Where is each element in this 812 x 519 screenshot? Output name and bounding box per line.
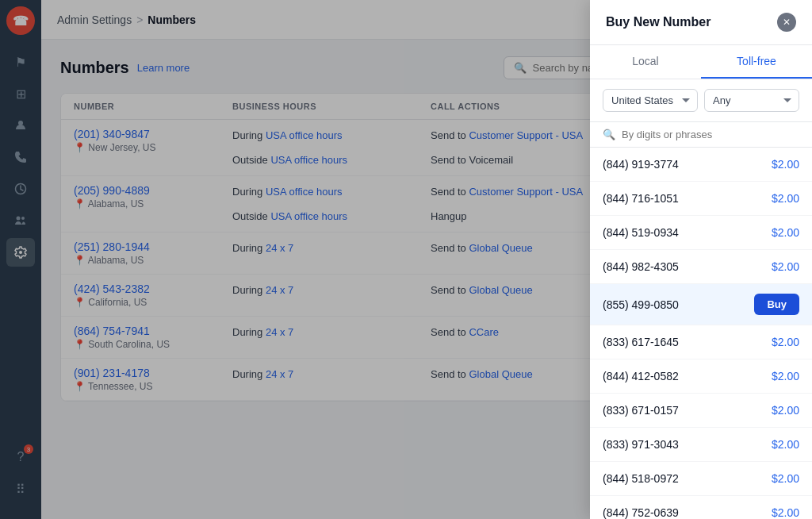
breadcrumb-separator: > <box>136 13 143 26</box>
phone-number[interactable]: (901) 231-4178 <box>74 367 207 379</box>
number-list-item[interactable]: (855) 499-0850Buy <box>590 284 812 325</box>
number-list-item[interactable]: (833) 971-3043$2.00 <box>590 428 812 462</box>
hours-link[interactable]: 24 x 7 <box>266 368 293 380</box>
close-panel-button[interactable]: ✕ <box>777 13 796 32</box>
hours-cell: During 24 x 7 <box>220 275 418 316</box>
number-cell: (424) 543-2382 📍 California, US <box>61 275 220 316</box>
sidebar-item-grid[interactable]: ⊞ <box>6 79 35 108</box>
number-list-phone: (833) 617-1645 <box>603 336 679 348</box>
breadcrumb-parent[interactable]: Admin Settings <box>57 13 132 26</box>
action-link[interactable]: Global Queue <box>469 284 532 296</box>
hours-cell: During 24 x 7 <box>220 359 418 400</box>
phone-number[interactable]: (864) 754-7941 <box>74 325 207 337</box>
number-list-item[interactable]: (844) 518-0972$2.00 <box>590 462 812 496</box>
sidebar-item-person[interactable] <box>6 111 35 140</box>
number-list-phone: (833) 671-0157 <box>603 404 679 417</box>
panel-tabs: Local Toll-free <box>590 45 812 79</box>
number-list-price: $2.00 <box>772 472 799 485</box>
number-list-item[interactable]: (844) 519-0934$2.00 <box>590 216 812 250</box>
phone-number[interactable]: (205) 990-4889 <box>74 184 207 197</box>
number-list-phone: (844) 412-0582 <box>603 370 679 383</box>
phone-location: 📍 South Carolina, US <box>74 339 207 350</box>
panel-title: Buy New Number <box>606 15 710 29</box>
number-list-item[interactable]: (833) 617-1645$2.00 <box>590 325 812 359</box>
number-list-price: $2.00 <box>772 158 799 171</box>
hours-link[interactable]: USA office hours <box>270 210 347 222</box>
tab-local[interactable]: Local <box>590 45 701 79</box>
number-list-item[interactable]: (833) 671-0157$2.00 <box>590 394 812 428</box>
number-list-price: $2.00 <box>772 438 799 451</box>
phone-number[interactable]: (201) 340-9847 <box>74 128 207 140</box>
panel-search-icon: 🔍 <box>603 129 615 140</box>
number-list-phone: (844) 982-4305 <box>603 260 679 273</box>
numbers-list: (844) 919-3774$2.00(844) 716-1051$2.00(8… <box>590 148 812 519</box>
buy-number-button[interactable]: Buy <box>754 294 799 315</box>
breadcrumb-current: Numbers <box>147 13 196 26</box>
number-list-price: $2.00 <box>772 226 799 239</box>
number-cell: (864) 754-7941 📍 South Carolina, US <box>61 317 220 358</box>
country-filter[interactable]: United States <box>603 89 698 112</box>
learn-more-link[interactable]: Learn more <box>137 62 190 74</box>
number-list-item[interactable]: (844) 752-0639$2.00 <box>590 496 812 519</box>
number-cell: (205) 990-4889 📍 Alabama, US <box>61 176 220 232</box>
hours-link[interactable]: USA office hours <box>266 129 343 141</box>
app-logo[interactable]: ☎ <box>6 6 35 35</box>
phone-number[interactable]: (424) 543-2382 <box>74 283 207 295</box>
hours-cell: During 24 x 7 <box>220 317 418 358</box>
hours-link[interactable]: USA office hours <box>266 186 343 198</box>
hours-link[interactable]: 24 x 7 <box>266 284 293 296</box>
action-link[interactable]: CCare <box>469 326 499 338</box>
hours-link[interactable]: USA office hours <box>270 154 347 166</box>
number-cell: (901) 231-4178 📍 Tennessee, US <box>61 359 220 400</box>
number-list-phone: (844) 518-0972 <box>603 472 679 485</box>
search-icon: 🔍 <box>514 62 527 74</box>
svg-point-2 <box>17 217 21 221</box>
phone-number[interactable]: (251) 280-1944 <box>74 240 207 253</box>
number-list-item[interactable]: (844) 412-0582$2.00 <box>590 359 812 394</box>
action-link[interactable]: Global Queue <box>469 368 532 380</box>
hours-cell: During USA office hours Outside USA offi… <box>220 176 418 232</box>
buy-number-panel: Buy New Number ✕ Local Toll-free United … <box>590 0 812 519</box>
hours-entry: Outside USA office hours <box>232 210 405 222</box>
hours-entry: During 24 x 7 <box>232 326 405 338</box>
number-cell: (251) 280-1944 📍 Alabama, US <box>61 233 220 274</box>
hours-entry: Outside USA office hours <box>232 154 405 166</box>
any-filter[interactable]: Any <box>704 89 799 112</box>
sidebar-item-flag[interactable]: ⚑ <box>6 48 35 76</box>
number-list-item[interactable]: (844) 919-3774$2.00 <box>590 148 812 182</box>
phone-location: 📍 Alabama, US <box>74 198 207 210</box>
number-list-phone: (844) 716-1051 <box>603 192 679 205</box>
sidebar-apps-icon[interactable]: ⠿ <box>6 475 35 503</box>
phone-location: 📍 Alabama, US <box>74 255 207 266</box>
action-link[interactable]: Customer Support - USA <box>469 129 583 141</box>
hours-entry: During 24 x 7 <box>232 284 405 296</box>
number-list-price: $2.00 <box>772 370 799 383</box>
number-list-phone: (833) 971-3043 <box>603 438 679 451</box>
panel-header: Buy New Number ✕ <box>590 0 812 45</box>
action-link[interactable]: Customer Support - USA <box>469 186 583 198</box>
panel-search-input[interactable] <box>622 129 799 140</box>
number-list-phone: (844) 519-0934 <box>603 226 679 239</box>
sidebar-help-icon[interactable]: ? 3 <box>6 443 35 471</box>
number-list-price: $2.00 <box>772 192 799 205</box>
number-list-price: $2.00 <box>772 260 799 273</box>
page-title-left: Numbers Learn more <box>60 59 190 77</box>
number-list-item[interactable]: (844) 716-1051$2.00 <box>590 182 812 216</box>
hours-cell: During 24 x 7 <box>220 233 418 274</box>
hours-entry: During USA office hours <box>232 186 405 198</box>
sidebar-item-clock[interactable] <box>6 175 35 203</box>
hours-entry: During USA office hours <box>232 129 405 141</box>
number-list-item[interactable]: (844) 982-4305$2.00 <box>590 250 812 284</box>
number-list-price: $2.00 <box>772 336 799 348</box>
hours-link[interactable]: 24 x 7 <box>266 326 293 338</box>
tab-toll-free[interactable]: Toll-free <box>701 45 812 79</box>
sidebar-item-phone[interactable] <box>6 143 35 171</box>
sidebar-item-settings[interactable] <box>6 238 35 267</box>
breadcrumb: Admin Settings > Numbers <box>57 13 196 26</box>
action-link[interactable]: Global Queue <box>469 242 532 254</box>
hours-link[interactable]: 24 x 7 <box>266 242 293 254</box>
panel-filters: United States Any <box>590 79 812 122</box>
sidebar-item-users[interactable] <box>6 206 35 235</box>
number-list-price: $2.00 <box>772 404 799 417</box>
number-list-price: $2.00 <box>772 506 799 519</box>
